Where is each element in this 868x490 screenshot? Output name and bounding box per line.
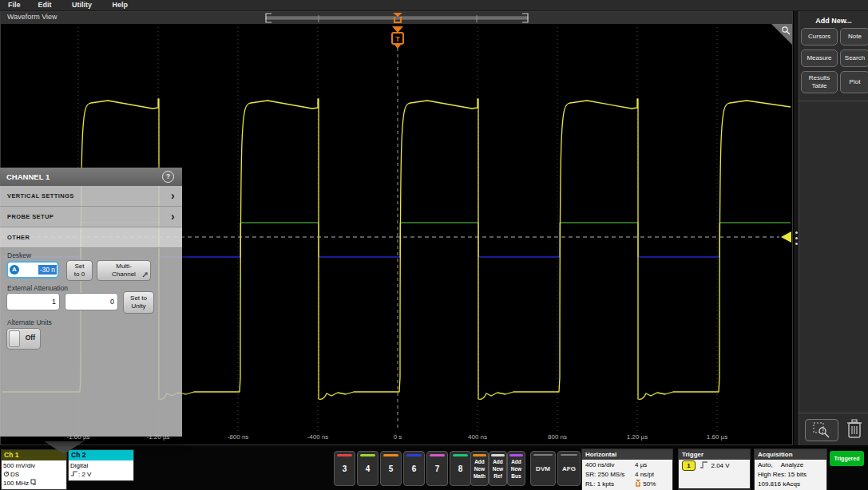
- rising-edge-icon: [700, 460, 709, 469]
- trigger-panel[interactable]: Trigger 1 2.04 V: [678, 449, 751, 490]
- trigger-source-badge: 1: [682, 460, 696, 471]
- axis-label: 0 s: [394, 433, 402, 441]
- set-to-unity-button[interactable]: Set to Unity: [123, 291, 154, 314]
- external-attenuation-label: External Attenuation: [7, 284, 68, 292]
- magnifier-icon: [781, 26, 791, 35]
- attenuation-input-1[interactable]: 1: [6, 293, 60, 310]
- afg-button[interactable]: AFG: [557, 451, 581, 486]
- search-button[interactable]: Search: [840, 49, 868, 67]
- add-new-panel: Add New... Cursors Note Measure Search R…: [799, 11, 868, 445]
- multi-channel-button[interactable]: Multi- Channel: [97, 260, 151, 281]
- axis-label: -800 ns: [228, 433, 249, 441]
- ch2-mode: Digital: [70, 461, 133, 470]
- channel-5-button[interactable]: 5: [380, 451, 402, 486]
- expand-icon: [142, 272, 148, 278]
- cursors-button[interactable]: Cursors: [801, 28, 838, 45]
- menu-file[interactable]: File: [8, 0, 36, 10]
- bandwidth-icon: [30, 479, 37, 485]
- threshold-icon: [70, 470, 78, 477]
- toggle-knob: [9, 330, 20, 347]
- timebase-ruler: [1, 12, 792, 24]
- set-to-zero-button[interactable]: Set to 0: [66, 260, 93, 281]
- trash-icon[interactable]: [846, 417, 863, 440]
- dvm-button[interactable]: DVM: [530, 451, 556, 486]
- alternate-units-label: Alternate Units: [7, 318, 52, 326]
- oscilloscope-app: File Edit Utility Help Waveform View T -…: [0, 0, 868, 490]
- axis-label: 1.20 µs: [627, 433, 648, 441]
- ruler-track: [266, 17, 528, 19]
- chevron-right-icon: ›: [171, 186, 175, 205]
- add-new-bus-button[interactable]: Add New Bus: [507, 451, 525, 486]
- channel-3-button[interactable]: 3: [334, 451, 355, 486]
- trigger-level: 2.04 V: [711, 462, 729, 469]
- results-table-button[interactable]: Results Table: [801, 71, 838, 93]
- menu-edit[interactable]: Edit: [38, 0, 70, 10]
- panel-divider: [799, 101, 868, 101]
- horizontal-panel[interactable]: Horizontal 400 ns/div4 µs SR: 250 MS/s4 …: [581, 449, 673, 490]
- help-icon[interactable]: ?: [162, 171, 174, 183]
- section-vertical-settings[interactable]: VERTICAL SETTINGS ›: [0, 186, 182, 207]
- chevron-right-icon: ›: [171, 207, 175, 226]
- add-new-title: Add New...: [799, 17, 868, 25]
- deskew-value: -30 n: [38, 265, 57, 275]
- trigger-position-marker[interactable]: T: [392, 26, 403, 49]
- axis-label: 1.60 µs: [707, 433, 727, 441]
- acquisition-panel[interactable]: Acquisition Auto,Analyze High Res: 15 bi…: [754, 449, 827, 490]
- toggle-state: Off: [26, 334, 35, 342]
- zoom-box-icon: [813, 422, 830, 438]
- section-other[interactable]: OTHER: [0, 227, 182, 248]
- deskew-label: Deskew: [7, 251, 31, 259]
- channel-6-button[interactable]: 6: [403, 451, 425, 486]
- channel-1-dialog: CHANNEL 1 ? VERTICAL SETTINGS › PROBE SE…: [0, 168, 182, 441]
- ch1-scale: 500 mV/div: [3, 461, 66, 470]
- channel-4-button[interactable]: 4: [357, 451, 379, 486]
- axis-label: 800 ns: [548, 433, 567, 441]
- channel-2-badge[interactable]: Ch 2 Digital : 2 V: [68, 449, 134, 481]
- measure-button[interactable]: Measure: [801, 49, 838, 67]
- bottom-bar: Ch 1 500 mV/div DS 100 MHz: [0, 445, 868, 490]
- axis-label: 400 ns: [468, 433, 487, 441]
- probe-icon: [3, 471, 10, 477]
- triggered-status-badge: Triggered: [830, 451, 864, 466]
- ch1-probe: DS: [10, 471, 19, 478]
- channel-7-button[interactable]: 7: [426, 451, 448, 486]
- note-button[interactable]: Note: [840, 28, 868, 45]
- deskew-input[interactable]: A -30 n: [6, 261, 59, 279]
- axis-label: -400 ns: [307, 433, 329, 441]
- waveform-view-titlebar: Waveform View: [1, 12, 792, 25]
- alternate-units-toggle[interactable]: Off: [6, 328, 41, 350]
- ch2-threshold: : 2 V: [78, 471, 91, 478]
- dialog-callout-tail: [44, 441, 84, 454]
- knob-a-icon: A: [10, 265, 19, 275]
- plot-button[interactable]: Plot: [840, 71, 868, 93]
- ch1-bandwidth: 100 MHz: [3, 480, 29, 487]
- channel-8-button[interactable]: 8: [450, 451, 471, 486]
- svg-text:T: T: [395, 35, 400, 43]
- dialog-title: CHANNEL 1: [6, 172, 50, 181]
- attenuation-input-2[interactable]: 0: [65, 293, 118, 310]
- channel-1-badge[interactable]: Ch 1 500 mV/div DS 100 MHz: [1, 449, 67, 490]
- expansion-point-icon: [635, 480, 641, 487]
- trigger-level-arrow[interactable]: [781, 231, 791, 243]
- menu-help[interactable]: Help: [113, 0, 145, 10]
- menu-bar: File Edit Utility Help: [0, 0, 868, 11]
- section-probe-setup[interactable]: PROBE SETUP ›: [0, 207, 182, 227]
- add-new-ref-button[interactable]: Add New Ref: [489, 451, 507, 486]
- zoom-mode-button[interactable]: [805, 419, 838, 441]
- add-new-math-button[interactable]: Add New Math: [470, 451, 489, 486]
- dialog-body: Deskew A -30 n Set to 0 Multi- Channel E…: [0, 248, 182, 437]
- menu-utility[interactable]: Utility: [72, 0, 110, 10]
- dialog-header: CHANNEL 1 ?: [0, 168, 182, 186]
